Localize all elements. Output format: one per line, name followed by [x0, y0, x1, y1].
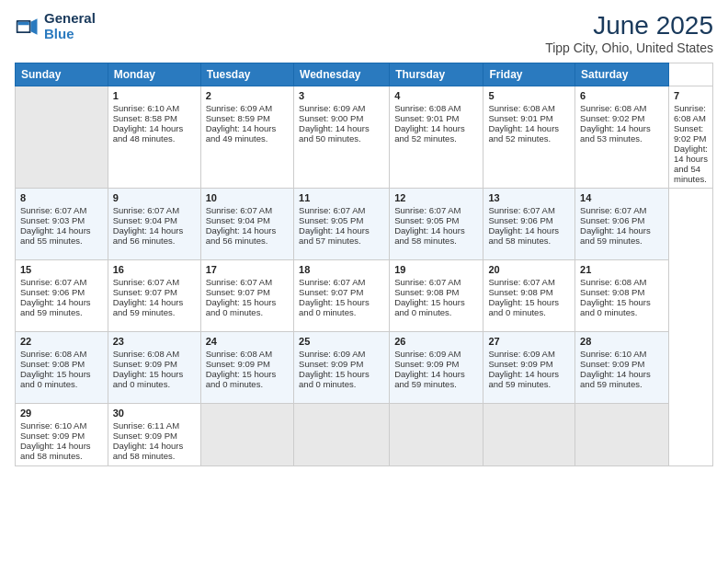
daylight-text: Daylight: 14 hours and 58 minutes.	[488, 225, 570, 246]
sunset-text: Sunset: 9:08 PM	[580, 287, 664, 297]
daylight-text: Daylight: 15 hours and 0 minutes.	[394, 297, 478, 317]
sunset-text: Sunset: 9:02 PM	[674, 123, 708, 144]
day-number: 21	[580, 264, 664, 275]
daylight-text: Daylight: 14 hours and 58 minutes.	[394, 225, 478, 246]
sunset-text: Sunset: 9:04 PM	[113, 215, 196, 225]
sunset-text: Sunset: 9:05 PM	[299, 215, 384, 225]
sunset-text: Sunset: 9:07 PM	[299, 287, 384, 297]
daylight-text: Daylight: 14 hours and 52 minutes.	[394, 123, 478, 144]
calendar-cell: 5Sunrise: 6:08 AMSunset: 9:01 PMDaylight…	[483, 86, 575, 189]
daylight-text: Daylight: 14 hours and 48 minutes.	[113, 123, 196, 144]
calendar-cell: 19Sunrise: 6:07 AMSunset: 9:08 PMDayligh…	[390, 260, 483, 332]
daylight-text: Daylight: 15 hours and 0 minutes.	[206, 297, 289, 317]
day-number: 29	[20, 408, 103, 419]
sunset-text: Sunset: 9:06 PM	[580, 215, 664, 225]
sunrise-text: Sunrise: 6:07 AM	[20, 205, 103, 215]
weekday-header: Tuesday	[200, 63, 293, 86]
daylight-text: Daylight: 15 hours and 0 minutes.	[299, 369, 384, 389]
sunrise-text: Sunrise: 6:08 AM	[206, 349, 289, 359]
day-number: 1	[113, 90, 196, 101]
sunset-text: Sunset: 9:04 PM	[206, 215, 289, 225]
calendar-cell: 11Sunrise: 6:07 AMSunset: 9:05 PMDayligh…	[294, 189, 390, 260]
logo-line1: General	[44, 11, 96, 27]
daylight-text: Daylight: 14 hours and 52 minutes.	[488, 123, 570, 144]
sunrise-text: Sunrise: 6:10 AM	[113, 103, 196, 113]
sunset-text: Sunset: 9:06 PM	[20, 287, 103, 297]
day-number: 25	[299, 336, 384, 347]
weekday-header: Wednesday	[294, 63, 390, 86]
sunrise-text: Sunrise: 6:08 AM	[20, 349, 103, 359]
sunset-text: Sunset: 9:00 PM	[299, 113, 384, 123]
sunset-text: Sunset: 9:06 PM	[488, 215, 570, 225]
sunrise-text: Sunrise: 6:07 AM	[113, 277, 196, 287]
sunrise-text: Sunrise: 6:09 AM	[488, 349, 570, 359]
calendar-cell: 18Sunrise: 6:07 AMSunset: 9:07 PMDayligh…	[294, 260, 390, 332]
day-number: 19	[394, 264, 478, 275]
daylight-text: Daylight: 14 hours and 59 minutes.	[488, 369, 570, 389]
day-number: 24	[206, 336, 289, 347]
calendar-cell: 24Sunrise: 6:08 AMSunset: 9:09 PMDayligh…	[200, 332, 293, 404]
sunset-text: Sunset: 9:05 PM	[394, 215, 478, 225]
sunrise-text: Sunrise: 6:07 AM	[113, 205, 196, 215]
sunset-text: Sunset: 9:01 PM	[394, 113, 478, 123]
sunrise-text: Sunrise: 6:07 AM	[206, 205, 289, 215]
page: General Blue June 2025 Tipp City, Ohio, …	[0, 0, 728, 563]
daylight-text: Daylight: 14 hours and 56 minutes.	[113, 225, 196, 246]
day-number: 13	[488, 192, 570, 203]
sunrise-text: Sunrise: 6:08 AM	[674, 103, 708, 123]
sunrise-text: Sunrise: 6:07 AM	[206, 277, 289, 287]
sunrise-text: Sunrise: 6:07 AM	[299, 205, 384, 215]
daylight-text: Daylight: 14 hours and 50 minutes.	[299, 123, 384, 144]
calendar-cell: 15Sunrise: 6:07 AMSunset: 9:06 PMDayligh…	[16, 260, 108, 332]
sunset-text: Sunset: 9:09 PM	[580, 359, 664, 369]
sunrise-text: Sunrise: 6:07 AM	[488, 205, 570, 215]
day-number: 27	[488, 336, 570, 347]
daylight-text: Daylight: 14 hours and 59 minutes.	[580, 369, 664, 389]
day-number: 14	[580, 192, 664, 203]
calendar-week-row: 22Sunrise: 6:08 AMSunset: 9:08 PMDayligh…	[16, 332, 713, 404]
header: General Blue June 2025 Tipp City, Ohio, …	[15, 11, 713, 55]
sunset-text: Sunset: 9:08 PM	[488, 287, 570, 297]
calendar-cell: 29Sunrise: 6:10 AMSunset: 9:09 PMDayligh…	[16, 404, 108, 466]
sunrise-text: Sunrise: 6:07 AM	[394, 277, 478, 287]
day-number: 7	[674, 90, 708, 101]
day-number: 23	[113, 336, 196, 347]
day-number: 5	[488, 90, 570, 101]
sunrise-text: Sunrise: 6:11 AM	[113, 420, 196, 431]
sunrise-text: Sunrise: 6:08 AM	[394, 103, 478, 113]
day-number: 3	[299, 90, 384, 101]
calendar-cell: 4Sunrise: 6:08 AMSunset: 9:01 PMDaylight…	[390, 86, 483, 189]
calendar-cell	[390, 404, 483, 466]
calendar-cell: 2Sunrise: 6:09 AMSunset: 8:59 PMDaylight…	[200, 86, 293, 189]
sunset-text: Sunset: 9:08 PM	[394, 287, 478, 297]
daylight-text: Daylight: 14 hours and 54 minutes.	[674, 144, 708, 184]
calendar-cell: 20Sunrise: 6:07 AMSunset: 9:08 PMDayligh…	[483, 260, 575, 332]
sunset-text: Sunset: 9:07 PM	[206, 287, 289, 297]
day-number: 6	[580, 90, 664, 101]
calendar-cell: 21Sunrise: 6:08 AMSunset: 9:08 PMDayligh…	[575, 260, 669, 332]
sunrise-text: Sunrise: 6:09 AM	[299, 103, 384, 113]
calendar-cell: 28Sunrise: 6:10 AMSunset: 9:09 PMDayligh…	[575, 332, 669, 404]
calendar-cell: 8Sunrise: 6:07 AMSunset: 9:03 PMDaylight…	[16, 189, 108, 260]
calendar-cell: 7Sunrise: 6:08 AMSunset: 9:02 PMDaylight…	[668, 86, 712, 189]
logo-text: General Blue	[44, 11, 96, 41]
calendar-body: 1Sunrise: 6:10 AMSunset: 8:58 PMDaylight…	[16, 86, 713, 466]
sunrise-text: Sunrise: 6:08 AM	[488, 103, 570, 113]
weekday-header: Saturday	[575, 63, 669, 86]
sunset-text: Sunset: 9:09 PM	[488, 359, 570, 369]
day-number: 30	[113, 408, 196, 419]
weekday-row: SundayMondayTuesdayWednesdayThursdayFrid…	[16, 63, 713, 86]
title-block: June 2025 Tipp City, Ohio, United States	[545, 11, 713, 55]
calendar-week-row: 29Sunrise: 6:10 AMSunset: 9:09 PMDayligh…	[16, 404, 713, 466]
sunset-text: Sunset: 8:58 PM	[113, 113, 196, 123]
daylight-text: Daylight: 14 hours and 58 minutes.	[113, 441, 196, 461]
weekday-header: Monday	[108, 63, 200, 86]
weekday-header: Sunday	[16, 63, 108, 86]
calendar-cell: 14Sunrise: 6:07 AMSunset: 9:06 PMDayligh…	[575, 189, 669, 260]
sunrise-text: Sunrise: 6:10 AM	[580, 349, 664, 359]
calendar-cell: 27Sunrise: 6:09 AMSunset: 9:09 PMDayligh…	[483, 332, 575, 404]
calendar-week-row: 8Sunrise: 6:07 AMSunset: 9:03 PMDaylight…	[16, 189, 713, 260]
calendar-week-row: 1Sunrise: 6:10 AMSunset: 8:58 PMDaylight…	[16, 86, 713, 189]
sunrise-text: Sunrise: 6:07 AM	[488, 277, 570, 287]
day-number: 28	[580, 336, 664, 347]
